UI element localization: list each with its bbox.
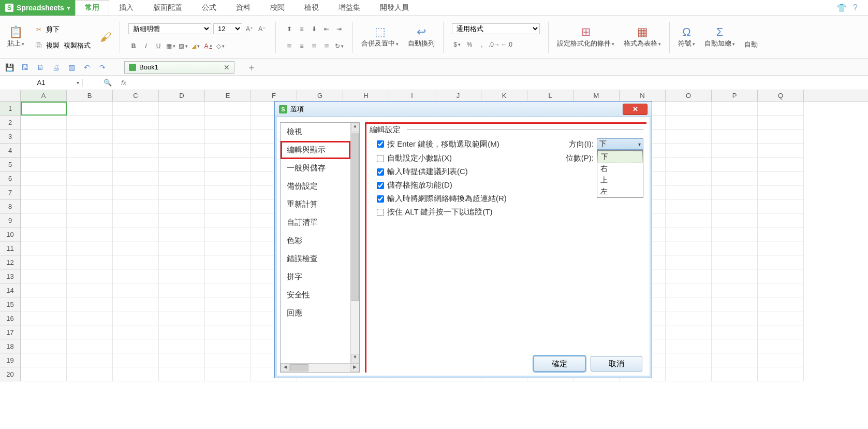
cell[interactable] — [666, 213, 712, 227]
cell[interactable] — [712, 227, 758, 241]
cell[interactable] — [113, 130, 159, 144]
cell[interactable] — [159, 241, 205, 255]
column-header[interactable]: H — [343, 90, 389, 101]
select-all-corner[interactable] — [0, 90, 21, 101]
cell[interactable] — [67, 102, 113, 116]
cell[interactable] — [712, 353, 758, 367]
column-header[interactable]: O — [666, 90, 712, 101]
cell[interactable] — [666, 241, 712, 255]
enter-move-checkbox[interactable] — [377, 140, 384, 148]
cell[interactable] — [205, 199, 251, 213]
table-format-button[interactable]: 格式為表格 — [624, 39, 661, 48]
row-header[interactable]: 20 — [0, 367, 21, 381]
cell[interactable] — [666, 325, 712, 339]
italic-button[interactable]: I — [141, 41, 151, 51]
column-header[interactable]: C — [113, 90, 159, 101]
row-header[interactable]: 2 — [0, 116, 21, 130]
cell[interactable] — [712, 269, 758, 283]
category-item[interactable]: 編輯與顯示 — [281, 141, 350, 159]
cell[interactable] — [67, 283, 113, 297]
altclick-checkbox[interactable] — [377, 209, 384, 216]
cell[interactable] — [205, 311, 251, 325]
row-header[interactable]: 10 — [0, 227, 21, 241]
scroll-right-icon[interactable]: ▶ — [350, 364, 359, 372]
cell[interactable] — [113, 171, 159, 185]
cell[interactable] — [712, 185, 758, 199]
column-header[interactable]: K — [481, 90, 527, 101]
orientation-icon[interactable]: ↻ — [334, 41, 344, 51]
cell[interactable] — [758, 241, 804, 255]
row-header[interactable]: 15 — [0, 297, 21, 311]
cell[interactable] — [205, 102, 251, 116]
bold-button[interactable]: B — [128, 41, 139, 51]
category-item[interactable]: 自訂清單 — [281, 213, 350, 232]
cell[interactable] — [205, 116, 251, 130]
cell[interactable] — [758, 116, 804, 130]
cell[interactable] — [205, 227, 251, 241]
ok-button[interactable]: 確定 — [534, 356, 585, 371]
cell[interactable] — [113, 199, 159, 213]
cell[interactable] — [67, 367, 113, 381]
cell[interactable] — [205, 367, 251, 381]
cell[interactable] — [21, 130, 67, 144]
row-header[interactable]: 13 — [0, 269, 21, 283]
cell[interactable] — [67, 297, 113, 311]
cell[interactable] — [159, 367, 205, 381]
cell[interactable] — [159, 102, 205, 116]
help-icon[interactable]: ? — [853, 3, 858, 13]
table-format-icon[interactable]: ▦ — [637, 26, 648, 38]
menu-tab-開發人員[interactable]: 開發人員 — [370, 0, 419, 16]
cell[interactable] — [67, 325, 113, 339]
cell[interactable] — [159, 158, 205, 171]
cell[interactable] — [113, 297, 159, 311]
font-name-select[interactable]: 新細明體 — [128, 23, 211, 34]
name-box[interactable]: A1 ▾ — [0, 79, 83, 87]
cell[interactable] — [113, 158, 159, 171]
cell[interactable] — [712, 325, 758, 339]
save-as-icon[interactable]: 🖫 — [21, 63, 29, 72]
redo-icon[interactable]: ↷ — [98, 63, 107, 72]
cell[interactable] — [758, 130, 804, 144]
menu-tab-檢視[interactable]: 檢視 — [295, 0, 329, 16]
cell[interactable] — [666, 116, 712, 130]
cell[interactable] — [205, 297, 251, 311]
cell[interactable] — [205, 269, 251, 283]
currency-icon[interactable]: $ — [452, 39, 462, 50]
print-icon[interactable]: 🖨 — [52, 63, 60, 72]
vertical-scrollbar[interactable]: ▲ ▼ — [350, 123, 359, 363]
row-header[interactable]: 8 — [0, 199, 21, 213]
direction-option[interactable]: 下 — [597, 151, 643, 163]
cell[interactable] — [113, 102, 159, 116]
cell[interactable] — [758, 185, 804, 199]
cell[interactable] — [666, 130, 712, 144]
cell[interactable] — [67, 130, 113, 144]
column-header[interactable]: I — [389, 90, 435, 101]
cell[interactable] — [666, 102, 712, 116]
cell[interactable] — [21, 339, 67, 353]
paste-button[interactable]: 貼上 — [7, 39, 24, 48]
cell[interactable] — [67, 255, 113, 269]
cell[interactable] — [758, 269, 804, 283]
cell[interactable] — [21, 158, 67, 171]
cell[interactable] — [113, 339, 159, 353]
column-header[interactable]: E — [205, 90, 251, 101]
cell[interactable] — [159, 339, 205, 353]
menu-tab-公式[interactable]: 公式 — [192, 0, 226, 16]
cell[interactable] — [758, 171, 804, 185]
scroll-thumb[interactable] — [351, 133, 359, 301]
column-header[interactable]: P — [712, 90, 758, 101]
category-item[interactable]: 一般與儲存 — [281, 159, 350, 177]
cell[interactable] — [205, 185, 251, 199]
hyperlink-checkbox[interactable] — [377, 195, 384, 203]
cell[interactable] — [205, 130, 251, 144]
cell[interactable] — [67, 158, 113, 171]
cell[interactable] — [712, 158, 758, 171]
row-header[interactable]: 5 — [0, 158, 21, 171]
cell[interactable] — [21, 255, 67, 269]
cell[interactable] — [21, 353, 67, 367]
cell[interactable] — [712, 116, 758, 130]
decrease-font-icon[interactable]: A⁻ — [257, 24, 267, 34]
cell[interactable] — [159, 283, 205, 297]
cell[interactable] — [758, 283, 804, 297]
cell[interactable] — [21, 116, 67, 130]
